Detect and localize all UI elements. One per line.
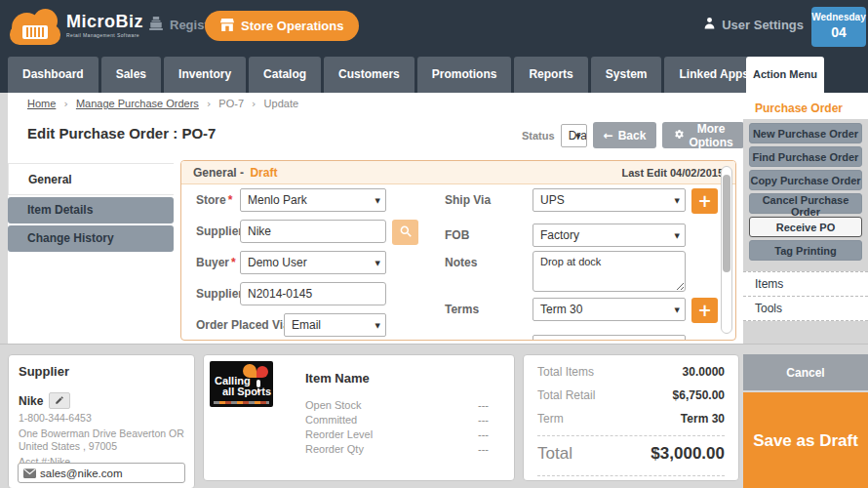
nav-tab-sales[interactable]: Sales bbox=[101, 57, 161, 93]
new-purchase-order-button[interactable]: New Purchase Order bbox=[749, 123, 862, 143]
total-items-row: Total Items 30.0000 bbox=[537, 365, 725, 379]
logo-orange-bubble bbox=[243, 364, 256, 378]
save-as-draft-button[interactable]: Save as Draft bbox=[743, 392, 868, 488]
buyer-label: Buyer* bbox=[196, 256, 236, 269]
order-placed-via-select[interactable]: Email ▼ bbox=[284, 313, 386, 337]
plus-icon: + bbox=[697, 303, 711, 319]
copy-purchase-order-button[interactable]: Copy Purchase Order bbox=[749, 170, 862, 190]
sidebar-link-tools[interactable]: Tools bbox=[743, 297, 868, 321]
add-terms-button[interactable]: + bbox=[691, 298, 718, 323]
breadcrumb-manage-purchase-orders[interactable]: Manage Purchase Orders bbox=[76, 98, 199, 109]
breadcrumb-update: Update bbox=[264, 98, 298, 109]
dropdown-arrow-icon: ▼ bbox=[675, 232, 680, 240]
find-purchase-order-button[interactable]: Find Purchase Order bbox=[749, 146, 862, 167]
date-number: 04 bbox=[811, 23, 866, 41]
item-stat-row: Committed --- bbox=[305, 413, 489, 427]
dropdown-arrow-icon: ▼ bbox=[375, 260, 380, 267]
store-operations-label: Store Operations bbox=[241, 19, 343, 33]
dropdown-arrow-icon: ▼ bbox=[375, 322, 380, 330]
edit-supplier-button[interactable] bbox=[49, 392, 70, 409]
left-edge-strip bbox=[0, 93, 8, 344]
search-icon bbox=[399, 224, 413, 241]
buyer-select[interactable]: Demo User ▼ bbox=[240, 251, 386, 274]
supplier-input[interactable] bbox=[240, 220, 386, 243]
dropdown-arrow-icon: ▼ bbox=[375, 197, 380, 205]
notes-label: Notes bbox=[445, 256, 477, 269]
terms-select[interactable]: Term 30 ▼ bbox=[533, 298, 686, 321]
gear-icon bbox=[673, 129, 684, 142]
nav-tab-catalog[interactable]: Catalog bbox=[249, 57, 321, 93]
breadcrumb-home[interactable]: Home bbox=[27, 98, 56, 109]
tag-printing-button[interactable]: Tag Printing bbox=[749, 240, 862, 261]
supplier-email-field[interactable] bbox=[18, 463, 185, 483]
nav-tab-inventory[interactable]: Inventory bbox=[164, 57, 246, 93]
notes-textarea[interactable]: Drop at dock bbox=[533, 251, 686, 292]
breadcrumb-po: PO-7 bbox=[218, 98, 244, 109]
panel-header: General - Draft Last Edit 04/02/2015 bbox=[181, 161, 735, 184]
breadcrumb-separator-icon: › bbox=[63, 98, 67, 110]
form-scrollbar[interactable] bbox=[721, 166, 732, 334]
dropdown-arrow-icon: ▼ bbox=[575, 133, 580, 141]
store-operations-button[interactable]: Store Operations bbox=[205, 11, 359, 41]
user-settings-button[interactable]: User Settings bbox=[703, 17, 804, 32]
divider bbox=[537, 475, 725, 476]
form-scrollbar-thumb[interactable] bbox=[723, 175, 730, 272]
plus-icon: + bbox=[697, 193, 711, 210]
microphone-icon bbox=[256, 380, 260, 387]
supplier-email-input[interactable] bbox=[40, 468, 167, 479]
cloud-barcode-icon bbox=[10, 6, 60, 45]
item-panel: Calling all Sports Item Name Open Stock … bbox=[203, 354, 515, 481]
supplier-name: Nike bbox=[19, 394, 43, 408]
add-ship-via-button[interactable]: + bbox=[691, 188, 718, 214]
status-select[interactable]: Draft ▼ bbox=[561, 124, 587, 147]
date-day: Wednesday bbox=[811, 12, 866, 23]
supplier-panel: Supplier Nike 1-800-344-6453 One Bowerma… bbox=[8, 354, 195, 488]
store-select[interactable]: Menlo Park ▼ bbox=[240, 188, 386, 212]
clipped-field[interactable] bbox=[533, 335, 686, 341]
nav-tab-promotions[interactable]: Promotions bbox=[417, 57, 512, 93]
action-menu-tab[interactable]: Action Menu bbox=[746, 57, 824, 93]
total-retail-row: Total Retail $6,750.00 bbox=[537, 388, 725, 402]
supplier-search-button[interactable] bbox=[392, 220, 418, 245]
tab-change-history[interactable]: Change History bbox=[8, 225, 174, 252]
user-icon bbox=[703, 17, 716, 32]
nav-tab-customers[interactable]: Customers bbox=[324, 57, 414, 93]
general-form-panel: General - Draft Last Edit 04/02/2015 Sto… bbox=[180, 160, 736, 341]
term-row: Term Term 30 bbox=[537, 412, 725, 426]
nav-tab-reports[interactable]: Reports bbox=[514, 57, 587, 93]
back-button[interactable]: ← Back bbox=[593, 122, 657, 148]
main-nav: Dashboard Sales Inventory Catalog Custom… bbox=[0, 54, 868, 93]
action-menu-sidebar: Purchase Order New Purchase Order Find P… bbox=[743, 93, 868, 344]
pencil-icon bbox=[55, 393, 64, 408]
logo-red-bubble bbox=[256, 366, 268, 378]
more-options-button[interactable]: More Options bbox=[662, 122, 743, 148]
tab-general[interactable]: General bbox=[8, 163, 174, 195]
supplier-po-input[interactable] bbox=[240, 282, 386, 305]
nav-tab-system[interactable]: System bbox=[591, 57, 662, 93]
status-bar: Status Draft ▼ ← Back More Options bbox=[522, 122, 736, 148]
dropdown-arrow-icon: ▼ bbox=[675, 197, 680, 205]
date-badge[interactable]: Wednesday 04 bbox=[811, 7, 866, 47]
item-stat-row: Reorder Level --- bbox=[305, 427, 489, 442]
grand-total-row: Total $3,000.00 bbox=[537, 444, 725, 464]
dropdown-arrow-icon: ▼ bbox=[675, 306, 680, 314]
ship-via-select[interactable]: UPS ▼ bbox=[533, 188, 686, 212]
storefront-icon bbox=[220, 19, 234, 34]
logo-footer-strip bbox=[214, 401, 269, 404]
totals-panel: Total Items 30.0000 Total Retail $6,750.… bbox=[523, 354, 739, 481]
divider bbox=[537, 435, 725, 436]
cancel-purchase-order-button[interactable]: Cancel Purchase Order bbox=[749, 193, 862, 214]
receive-po-button[interactable]: Receive PO bbox=[749, 217, 862, 237]
tab-item-details[interactable]: Item Details bbox=[8, 197, 174, 224]
nav-tab-dashboard[interactable]: Dashboard bbox=[8, 57, 99, 93]
last-edit-label: Last Edit 04/02/2015 bbox=[621, 167, 724, 179]
more-options-label: More Options bbox=[689, 122, 732, 149]
envelope-icon bbox=[23, 465, 36, 482]
sidebar-link-items[interactable]: Items bbox=[743, 272, 868, 297]
fob-select[interactable]: Factory ▼ bbox=[533, 224, 686, 247]
item-name-title: Item Name bbox=[305, 371, 370, 386]
cancel-button[interactable]: Cancel bbox=[743, 354, 868, 390]
brand-name: MicroBiz bbox=[66, 13, 143, 30]
order-placed-via-label: Order Placed Via bbox=[196, 318, 290, 332]
microbiz-logo: MicroBiz Retail Management Software bbox=[10, 6, 143, 45]
